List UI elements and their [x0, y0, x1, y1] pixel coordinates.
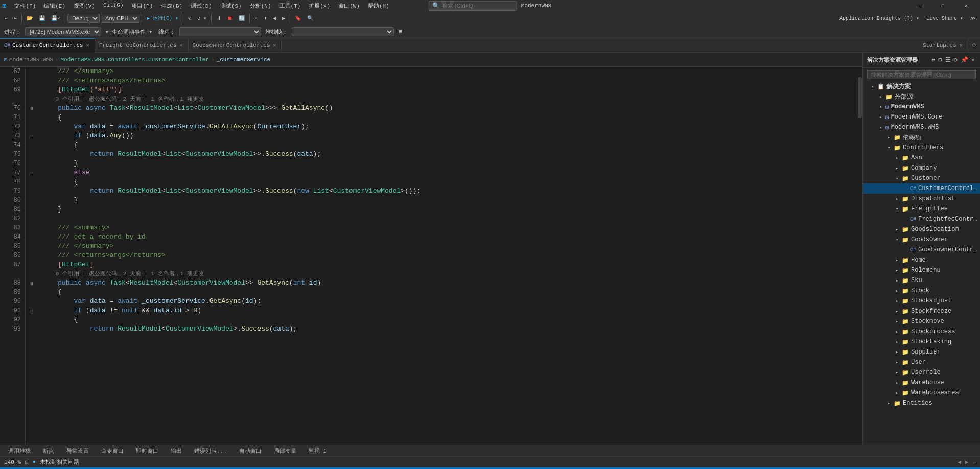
menu-file[interactable]: 文件(F) — [10, 1, 40, 11]
tab-errors[interactable]: 错误列表... — [190, 446, 231, 456]
process-dropdown[interactable]: [4728] ModernWMS.exe — [25, 27, 101, 36]
tree-customer[interactable]: ▾ 📁 Customer — [863, 173, 980, 183]
nav-next[interactable]: ▶ — [965, 459, 969, 465]
settings-gear-icon[interactable]: ⚙ — [968, 41, 980, 49]
tab-close3[interactable]: ✕ — [272, 42, 277, 49]
tree-goodsowner[interactable]: ▾ 📁 GoodsOwner — [863, 235, 980, 245]
scroll-thumb[interactable] — [858, 77, 862, 118]
step-back[interactable]: ◀ — [270, 14, 278, 23]
se-props-btn[interactable]: ⚙ — [953, 56, 959, 64]
tree-stocktaking[interactable]: ▸ 📁 Stocktaking — [863, 337, 980, 347]
se-pin-btn[interactable]: 📌 — [960, 56, 969, 64]
se-search-input[interactable] — [867, 70, 976, 79]
nav-prev[interactable]: ◀ — [958, 459, 961, 465]
tree-asn[interactable]: ▸ 📁 Asn — [863, 153, 980, 163]
tab-output[interactable]: 输出 — [167, 446, 186, 456]
tree-customer-controller[interactable]: · C# CustomerController.cs — [863, 183, 980, 194]
tree-entities[interactable]: ▸ 📁 Entities — [863, 398, 980, 408]
tree-external[interactable]: ▸ 📁 外部源 — [863, 91, 980, 102]
close-button[interactable]: ✕ — [954, 0, 978, 11]
tree-deps[interactable]: ▸ 📁 依赖项 — [863, 132, 980, 143]
menu-build[interactable]: 生成(B) — [157, 1, 186, 11]
toolbar-extra[interactable]: ≫ — [968, 14, 978, 23]
search-input[interactable] — [442, 3, 514, 9]
collapse-70[interactable]: ⊟ — [31, 106, 33, 111]
toolbar-save-all[interactable]: 💾✓ — [49, 14, 63, 23]
collapse-91[interactable]: ⊟ — [31, 309, 33, 313]
tab-startup[interactable]: Startup.cs ✕ — [919, 38, 968, 53]
tree-modernwms[interactable]: ▾ ⊡ ModernWMS — [863, 102, 980, 112]
menu-help[interactable]: 帮助(H) — [364, 1, 393, 11]
minimize-button[interactable]: — — [907, 0, 931, 11]
tree-freightfee[interactable]: ▾ 📁 Freightfee — [863, 204, 980, 214]
collapse-77[interactable]: ⊟ — [31, 171, 33, 175]
tab-exceptions[interactable]: 异常设置 — [62, 446, 93, 456]
tab-watch[interactable]: 监视 1 — [305, 446, 331, 456]
tree-stockprocess[interactable]: ▸ 📁 Stockprocess — [863, 326, 980, 337]
menu-tools[interactable]: 工具(T) — [275, 1, 305, 11]
tree-user[interactable]: ▸ 📁 User — [863, 357, 980, 367]
tree-goodsowner-cs[interactable]: · C# GoodsownerController.cs — [863, 245, 980, 255]
toolbar-redo[interactable]: ↪ — [11, 14, 19, 23]
debug-dropdown[interactable]: Debug — [67, 14, 100, 23]
se-sync-btn[interactable]: ⇄ — [930, 56, 936, 64]
collapse-88[interactable]: ⊟ — [31, 281, 33, 286]
live-share-btn[interactable]: Live Share ▾ — [924, 14, 966, 23]
title-search[interactable]: 🔍 — [429, 1, 517, 11]
tab-call-stack[interactable]: 调用堆栈 — [4, 446, 35, 456]
menu-debug[interactable]: 调试(D) — [186, 1, 216, 11]
tree-supplier[interactable]: ▸ 📁 Supplier — [863, 347, 980, 357]
menu-view[interactable]: 视图(V) — [69, 1, 99, 11]
tree-dispatchlist[interactable]: ▸ 📁 Dispatchlist — [863, 194, 980, 204]
se-collapse-btn[interactable]: ⊟ — [937, 56, 943, 64]
tab-command[interactable]: 命令窗口 — [97, 446, 128, 456]
tab-customer-controller[interactable]: C# CustomerController.cs ✕ — [0, 38, 95, 53]
menu-project[interactable]: 项目(P) — [127, 1, 157, 11]
tab-auto[interactable]: 自动窗口 — [235, 446, 266, 456]
maximize-button[interactable]: ❐ — [931, 0, 954, 11]
menu-test[interactable]: 测试(S) — [216, 1, 246, 11]
code-content[interactable]: /// </summary> /// <returns>args</return… — [38, 67, 857, 445]
menu-analyze[interactable]: 分析(N) — [246, 1, 275, 11]
stack-dropdown[interactable] — [292, 27, 394, 36]
menu-window[interactable]: 窗口(W) — [334, 1, 364, 11]
tree-core[interactable]: ▸ ⊡ ModernWMS.Core — [863, 112, 980, 122]
tree-company[interactable]: ▸ 📁 Company — [863, 163, 980, 173]
se-filter-btn[interactable]: ☰ — [944, 56, 952, 64]
step-fwd[interactable]: ▶ — [279, 14, 288, 23]
attach-btn[interactable]: ⊙ — [185, 14, 194, 23]
tree-stock[interactable]: ▸ 📁 Stock — [863, 286, 980, 296]
tree-wms[interactable]: ▾ ⊡ ModernWMS.WMS — [863, 122, 980, 132]
tree-warehousearea[interactable]: ▸ 📁 Warehousearea — [863, 388, 980, 398]
menu-git[interactable]: Git(G) — [99, 1, 128, 11]
app-insights-btn[interactable]: Application Insights (?) ▾ — [837, 14, 922, 23]
toolbar-undo[interactable]: ↩ — [2, 14, 10, 23]
step-into[interactable]: ⬇ — [252, 14, 260, 23]
tree-userrole[interactable]: ▸ 📁 Userrole — [863, 367, 980, 378]
start-button[interactable]: ▶ 运行(C) ▾ — [144, 13, 181, 24]
tab-startup-close[interactable]: ✕ — [959, 42, 964, 49]
tab-breakpoints[interactable]: 断点 — [39, 446, 58, 456]
tab-close2[interactable]: ✕ — [179, 42, 184, 49]
toolbar-open[interactable]: 📂 — [24, 14, 35, 23]
cpu-dropdown[interactable]: Any CPU — [101, 14, 139, 23]
tree-stockadjust[interactable]: ▸ 📁 Stockadjust — [863, 296, 980, 306]
collapse-73[interactable]: ⊟ — [31, 134, 33, 138]
step-over[interactable]: ⬆ — [261, 14, 269, 23]
tree-sku[interactable]: ▸ 📁 Sku — [863, 275, 980, 286]
restart-btn[interactable]: 🔄 — [236, 14, 247, 23]
tab-goodsowner-controller[interactable]: GoodsownerController.cs ✕ — [189, 38, 282, 53]
refresh-btn[interactable]: ↺ ▾ — [195, 14, 209, 23]
menu-edit[interactable]: 编辑(E) — [40, 1, 69, 11]
tree-stockfreeze[interactable]: ▸ 📁 Stockfreeze — [863, 306, 980, 316]
tree-home[interactable]: ▸ 📁 Home — [863, 255, 980, 265]
tree-goodslocation[interactable]: ▸ 📁 Goodslocation — [863, 224, 980, 235]
pause-btn[interactable]: ⏸ — [214, 14, 224, 23]
menu-extensions[interactable]: 扩展(X) — [305, 1, 334, 11]
thread-dropdown[interactable] — [179, 27, 261, 36]
stop-btn[interactable]: ⏹ — [225, 14, 235, 23]
bookmarks-btn[interactable]: 🔖 — [292, 14, 304, 23]
tree-warehouse[interactable]: ▸ 📁 Warehouse — [863, 378, 980, 388]
tree-rolemenu[interactable]: ▸ 📁 Rolemenu — [863, 265, 980, 275]
tree-freightfee-cs[interactable]: · C# FreightfeeController.cs — [863, 214, 980, 224]
